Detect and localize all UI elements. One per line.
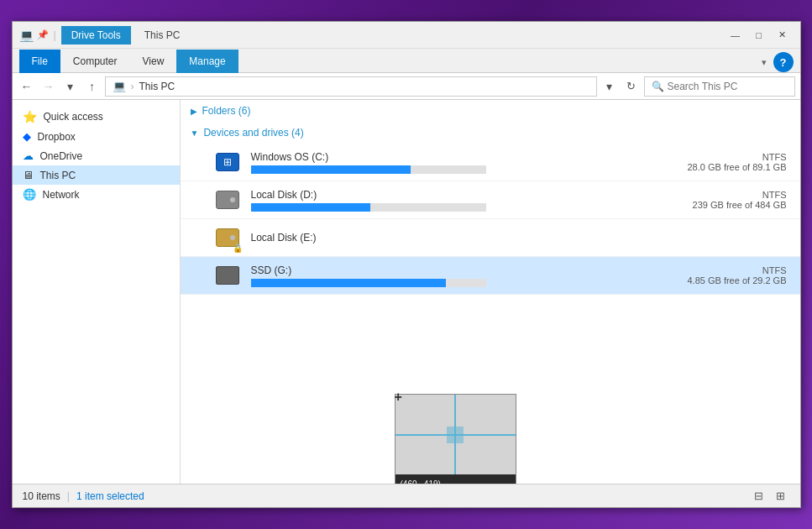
- title-bar-text: This PC: [134, 29, 191, 41]
- drive-item-c[interactable]: Windows OS (C:) NTFS 28.0 GB free of 89.…: [181, 144, 800, 181]
- drive-d-free: 239 GB free of 484 GB: [652, 200, 787, 210]
- tab-file-label: File: [32, 55, 48, 67]
- devices-toggle-icon: ▼: [191, 128, 199, 138]
- path-separator-1: ›: [131, 81, 134, 92]
- search-box[interactable]: 🔍: [644, 76, 795, 97]
- folders-section-title: Folders (6): [202, 105, 251, 117]
- status-separator: |: [67, 490, 70, 502]
- ribbon-help-area: ▾ ?: [758, 52, 794, 72]
- title-bar: 💻 📌 | Drive Tools This PC — □ ✕: [13, 22, 800, 49]
- ribbon-dropdown-btn[interactable]: ▾: [758, 54, 770, 71]
- tab-view[interactable]: View: [130, 50, 177, 73]
- refresh-button[interactable]: ↻: [622, 77, 641, 96]
- address-path-content: 💻 › This PC: [113, 80, 175, 92]
- drive-g-bar: [251, 279, 446, 287]
- help-icon: ?: [780, 56, 787, 69]
- drive-d-info: Local Disk (D:): [251, 189, 642, 212]
- cursor-plus: +: [395, 390, 402, 405]
- sidebar: ⭐ Quick access ◆ Dropbox ☁ OneDrive 🖥 Th…: [13, 100, 181, 484]
- search-input[interactable]: [668, 81, 794, 92]
- drive-c-name: Windows OS (C:): [251, 151, 642, 163]
- tab-manage-label: Manage: [189, 55, 225, 67]
- crosshair-center: [447, 427, 464, 443]
- drive-g-info: SSD (G:): [251, 264, 642, 287]
- drive-d-fs: NTFS: [652, 190, 787, 200]
- sidebar-network-label: Network: [43, 189, 80, 201]
- tab-computer[interactable]: Computer: [60, 50, 130, 73]
- forward-button[interactable]: →: [39, 77, 58, 96]
- dropbox-icon: ◆: [23, 130, 31, 143]
- color-picker-tooltip: (460 , 419) 217, 217, 217: [395, 394, 516, 484]
- view-tiles-button[interactable]: ⊞: [772, 489, 790, 504]
- sidebar-item-quick-access[interactable]: ⭐ Quick access: [13, 107, 180, 127]
- status-bar-right: ⊟ ⊞: [750, 489, 790, 504]
- sidebar-item-dropbox[interactable]: ◆ Dropbox: [13, 127, 180, 146]
- drive-tools-tab-label: Drive Tools: [71, 29, 121, 41]
- help-button[interactable]: ?: [773, 52, 794, 72]
- drive-e-info: Local Disk (E:): [251, 232, 787, 244]
- title-separator: |: [54, 29, 56, 41]
- drive-tools-title-tab[interactable]: Drive Tools: [61, 26, 131, 45]
- drive-d-name: Local Disk (D:): [251, 189, 642, 201]
- dropdown-arrow-icon: ▾: [67, 80, 73, 93]
- this-pc-icon: 🖥: [23, 169, 34, 181]
- minimize-button[interactable]: —: [725, 27, 747, 44]
- sidebar-this-pc-label: This PC: [40, 170, 76, 181]
- tooltip-info-area: (460 , 419) 217, 217, 217: [396, 474, 516, 484]
- close-button[interactable]: ✕: [772, 27, 794, 44]
- drive-c-icon-area: [214, 149, 241, 175]
- file-explorer-window: 💻 📌 | Drive Tools This PC — □ ✕ File Com…: [12, 21, 801, 508]
- dropdown-icon: ▾: [762, 57, 767, 67]
- drive-item-d[interactable]: Local Disk (D:) NTFS 239 GB free of 484 …: [181, 181, 800, 219]
- drive-c-free: 28.0 GB free of 89.1 GB: [652, 162, 787, 172]
- search-icon: 🔍: [652, 81, 664, 92]
- tab-manage[interactable]: Manage: [176, 50, 238, 73]
- drive-g-fs: NTFS: [652, 265, 787, 275]
- up-button[interactable]: ↑: [83, 77, 102, 96]
- devices-section-title: Devices and drives (4): [203, 127, 303, 139]
- tab-computer-label: Computer: [73, 55, 118, 67]
- ribbon: File Computer View Manage ▾ ?: [13, 49, 800, 73]
- recent-locations-button[interactable]: ▾: [61, 77, 80, 96]
- tab-file[interactable]: File: [19, 50, 60, 73]
- drive-c-bar-container: [251, 165, 486, 174]
- back-button[interactable]: ←: [18, 77, 36, 96]
- ssd-drive-icon: [216, 266, 239, 285]
- drive-d-bar: [251, 203, 371, 212]
- drive-g-name: SSD (G:): [251, 264, 642, 276]
- drive-g-bar-container: [251, 279, 486, 287]
- network-icon: 🌐: [23, 188, 36, 201]
- devices-section-header[interactable]: ▼ Devices and drives (4): [181, 122, 800, 144]
- title-bar-left: 💻 📌 | Drive Tools This PC: [19, 26, 725, 45]
- folders-section-header[interactable]: ▶ Folders (6): [181, 100, 800, 122]
- path-this-pc: This PC: [139, 81, 175, 92]
- tooltip-coords: (460 , 419): [401, 478, 511, 484]
- sidebar-item-this-pc[interactable]: 🖥 This PC: [13, 165, 180, 185]
- drive-g-meta: NTFS 4.85 GB free of 29.2 GB: [652, 265, 787, 285]
- view-details-button[interactable]: ⊟: [750, 489, 768, 504]
- sidebar-item-network[interactable]: 🌐 Network: [13, 185, 180, 204]
- drive-item-g[interactable]: SSD (G:) NTFS 4.85 GB free of 29.2 GB: [181, 257, 800, 295]
- address-dropdown-icon: ▾: [606, 80, 612, 93]
- lock-overlay-icon: 🔒: [233, 244, 243, 253]
- sidebar-item-onedrive[interactable]: ☁ OneDrive: [13, 146, 180, 165]
- drive-g-free: 4.85 GB free of 29.2 GB: [652, 275, 787, 285]
- drive-item-e[interactable]: 🔒 Local Disk (E:): [181, 219, 800, 257]
- drive-c-bar: [251, 165, 411, 174]
- crosshair-area: [396, 395, 516, 474]
- drive-d-bar-container: [251, 203, 486, 212]
- view-details-icon: ⊟: [754, 490, 763, 502]
- maximize-button[interactable]: □: [748, 27, 770, 44]
- drive-c-meta: NTFS 28.0 GB free of 89.1 GB: [652, 152, 787, 172]
- drive-c-info: Windows OS (C:): [251, 151, 642, 174]
- drive-e-name: Local Disk (E:): [251, 232, 787, 244]
- items-count: 10 items: [23, 490, 60, 502]
- windows-drive-icon: [216, 153, 239, 171]
- sidebar-dropbox-label: Dropbox: [38, 131, 76, 143]
- hdd-drive-icon: [216, 191, 239, 209]
- sidebar-onedrive-label: OneDrive: [40, 150, 83, 162]
- window-title-icon: 💻: [19, 29, 34, 42]
- main-area: ⭐ Quick access ◆ Dropbox ☁ OneDrive 🖥 Th…: [13, 100, 800, 484]
- address-path-bar[interactable]: 💻 › This PC: [105, 76, 597, 97]
- address-dropdown-button[interactable]: ▾: [600, 77, 619, 96]
